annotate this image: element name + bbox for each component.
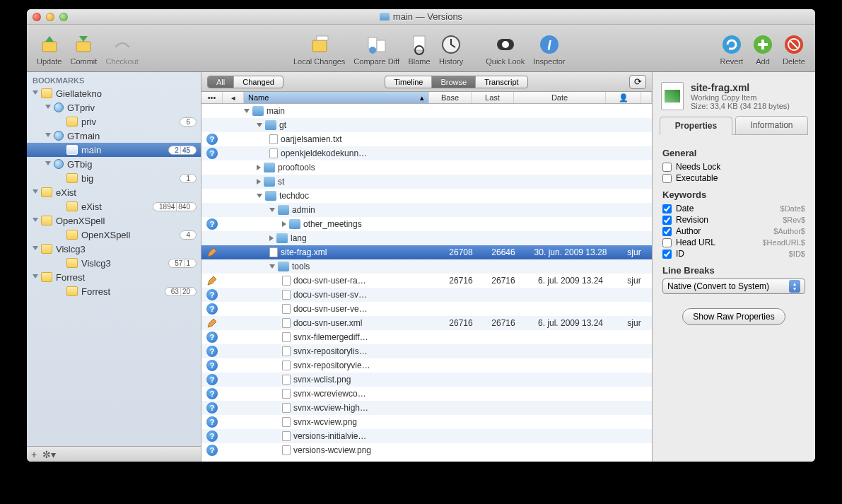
file-row[interactable]: ?versions-initialvie…: [201, 429, 652, 443]
disclosure-icon[interactable]: [33, 90, 39, 97]
sidebar-item[interactable]: Giellatekno: [27, 86, 201, 100]
add-bookmark-icon[interactable]: +: [31, 449, 37, 460]
disclosure-icon[interactable]: [45, 161, 52, 168]
needs-lock-checkbox[interactable]: Needs Lock: [662, 162, 720, 172]
author-column[interactable]: 👤: [606, 92, 641, 103]
sidebar-item[interactable]: eXist: [27, 185, 201, 199]
sidebar-footer: + ✼▾: [27, 446, 201, 462]
back-column[interactable]: ◂: [223, 92, 244, 103]
disclosure-right-icon[interactable]: [269, 235, 274, 241]
last-column[interactable]: Last: [472, 92, 514, 103]
disclosure-down-icon[interactable]: [257, 123, 262, 127]
column-header: ••• ◂ Name▴ Base Last Date 👤: [201, 92, 652, 104]
keyword-checkbox[interactable]: Author: [662, 226, 701, 236]
file-row[interactable]: st: [201, 175, 652, 189]
status-column[interactable]: •••: [201, 92, 223, 103]
add-button[interactable]: Add: [747, 30, 778, 66]
revert-button[interactable]: Revert: [716, 30, 747, 66]
file-name: admin: [292, 205, 315, 215]
file-row[interactable]: ?svnx-filemergediff…: [201, 330, 652, 344]
titlebar[interactable]: main — Versions: [27, 9, 815, 25]
local-changes-button[interactable]: Local Changes: [289, 30, 349, 66]
file-row[interactable]: ?svnx-repositoryvie…: [201, 358, 652, 373]
keyword-checkbox[interactable]: ID: [662, 249, 684, 259]
sidebar-item[interactable]: Forrest6320: [27, 284, 201, 298]
keyword-checkbox[interactable]: Date: [662, 204, 694, 213]
tab-browse[interactable]: Browse: [432, 76, 476, 88]
disclosure-icon[interactable]: [33, 274, 39, 281]
disclosure-icon[interactable]: [45, 105, 52, 111]
file-row[interactable]: admin: [201, 203, 652, 217]
blame-button[interactable]: Blame: [404, 30, 435, 66]
file-row[interactable]: ?svnx-wcreviewco…: [201, 387, 652, 401]
quick-look-button[interactable]: Quick Look: [481, 30, 529, 66]
disclosure-down-icon[interactable]: [269, 208, 275, 212]
disclosure-down-icon[interactable]: [257, 194, 262, 198]
base-column[interactable]: Base: [429, 92, 472, 103]
sidebar-item[interactable]: Vislcg3: [27, 242, 201, 256]
line-breaks-select[interactable]: Native (Convert to System)▲▼: [662, 279, 805, 294]
file-row[interactable]: ?oarjjelsamien.txt: [201, 132, 652, 146]
disclosure-icon[interactable]: [33, 189, 39, 196]
tab-information[interactable]: Information: [735, 116, 808, 134]
disclosure-icon[interactable]: [33, 246, 39, 252]
keyword-checkbox[interactable]: Revision: [662, 215, 708, 225]
date-column[interactable]: Date: [514, 92, 606, 103]
file-row[interactable]: site-frag.xml267082664630. jun. 2009 13.…: [201, 245, 652, 259]
tab-transcript[interactable]: Transcript: [476, 76, 527, 88]
name-column[interactable]: Name▴: [244, 92, 429, 103]
filter-all[interactable]: All: [208, 76, 234, 88]
modified-status-icon: [206, 247, 218, 258]
file-row[interactable]: docu-svn-user.xml26716267166. jul. 2009 …: [201, 316, 652, 330]
sidebar-item[interactable]: GTmain: [27, 129, 201, 143]
inspector-button[interactable]: iInspector: [529, 30, 569, 66]
file-row[interactable]: techdoc: [201, 189, 652, 203]
file-row[interactable]: ?docu-svn-user-ve…: [201, 302, 652, 316]
commit-button[interactable]: Commit: [66, 30, 101, 66]
disclosure-icon[interactable]: [33, 218, 39, 224]
file-row[interactable]: ?svnx-wcview.png: [201, 415, 652, 429]
disclosure-right-icon[interactable]: [257, 179, 261, 184]
gear-icon[interactable]: ✼▾: [42, 449, 56, 460]
sidebar-item[interactable]: Vislcg3571: [27, 256, 201, 270]
file-row[interactable]: ?other_meetings: [201, 217, 652, 231]
file-row[interactable]: ?openkjeldekodekunn…: [201, 146, 652, 160]
file-row[interactable]: prooftools: [201, 160, 652, 175]
delete-button[interactable]: Delete: [778, 30, 809, 66]
disclosure-right-icon[interactable]: [257, 165, 261, 170]
file-row[interactable]: ?svnx-repositorylis…: [201, 344, 652, 358]
file-row[interactable]: ?docu-svn-user-sv…: [201, 288, 652, 302]
sidebar-item[interactable]: priv6: [27, 115, 201, 129]
sidebar-item[interactable]: big1: [27, 171, 201, 185]
sidebar-item[interactable]: main245: [27, 143, 201, 157]
file-row[interactable]: main: [201, 104, 652, 118]
refresh-button[interactable]: ⟳: [629, 75, 646, 89]
sidebar-item[interactable]: GTpriv: [27, 100, 201, 115]
file-row[interactable]: docu-svn-user-ra…26716267166. jul. 2009 …: [201, 274, 652, 288]
file-row[interactable]: ?svnx-wcview-high…: [201, 401, 652, 415]
sidebar-item[interactable]: Forrest: [27, 270, 201, 284]
keyword-checkbox[interactable]: Head URL: [662, 238, 715, 247]
disclosure-down-icon[interactable]: [244, 109, 250, 113]
file-list[interactable]: maingt?oarjjelsamien.txt?openkjeldekodek…: [201, 104, 652, 462]
sidebar-item[interactable]: OpenXSpell4: [27, 228, 201, 242]
file-row[interactable]: lang: [201, 231, 652, 245]
file-row[interactable]: tools: [201, 259, 652, 274]
compare-diff-button[interactable]: Compare Diff: [349, 30, 404, 66]
sidebar-item[interactable]: GTbig: [27, 157, 201, 171]
disclosure-right-icon[interactable]: [282, 221, 286, 227]
tab-timeline[interactable]: Timeline: [385, 76, 432, 88]
update-button[interactable]: Update: [33, 30, 66, 66]
file-row[interactable]: gt: [201, 118, 652, 132]
file-row[interactable]: ?svnx-wclist.png: [201, 373, 652, 387]
filter-changed[interactable]: Changed: [234, 76, 283, 88]
tab-properties[interactable]: Properties: [660, 117, 732, 135]
executable-checkbox[interactable]: Executable: [662, 173, 718, 183]
sidebar-item[interactable]: OpenXSpell: [27, 213, 201, 228]
file-row[interactable]: ?versions-wcview.png: [201, 443, 652, 457]
disclosure-down-icon[interactable]: [269, 264, 275, 269]
disclosure-icon[interactable]: [45, 133, 52, 139]
show-raw-properties-button[interactable]: Show Raw Properties: [682, 308, 785, 325]
sidebar-item[interactable]: eXist1894840: [27, 199, 201, 213]
history-button[interactable]: History: [435, 30, 467, 66]
